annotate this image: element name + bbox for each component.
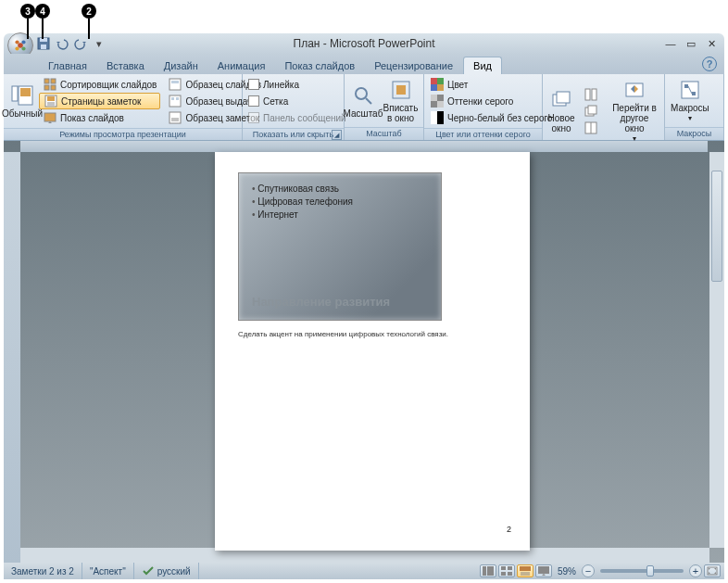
- svg-rect-16: [47, 96, 55, 101]
- svg-rect-54: [487, 566, 494, 576]
- workspace: Спутниковая связь Цифровая телефония Инт…: [4, 141, 724, 563]
- notes-page-button[interactable]: Страницы заметок: [39, 93, 160, 109]
- callout-line: [42, 19, 44, 39]
- notes-page-icon: [44, 95, 57, 108]
- group-macros: Макросы▾ Макросы: [665, 74, 724, 140]
- fit-window-button[interactable]: Вписать в окно: [380, 76, 421, 125]
- callout-line: [88, 19, 90, 39]
- bw-icon: [431, 111, 444, 124]
- svg-rect-25: [169, 112, 181, 123]
- ribbon-tabs: Главная Вставка Дизайн Анимация Показ сл…: [4, 54, 724, 74]
- label: Макросы: [671, 103, 709, 113]
- tab-home[interactable]: Главная: [39, 57, 96, 74]
- save-button[interactable]: [35, 35, 52, 52]
- ruler-horizontal[interactable]: [20, 141, 708, 152]
- svg-rect-11: [44, 79, 49, 83]
- split-button[interactable]: [580, 120, 605, 136]
- arrange-button[interactable]: [580, 86, 605, 103]
- tab-animation[interactable]: Анимация: [208, 57, 275, 74]
- normal-view-button[interactable]: Обычный: [6, 76, 39, 126]
- gray-icon: [431, 95, 444, 108]
- notes-view-statusbtn[interactable]: [517, 564, 533, 577]
- zoom-knob[interactable]: [646, 565, 654, 577]
- ruler-vertical[interactable]: [4, 152, 20, 563]
- dialog-launcher[interactable]: ◢: [332, 130, 342, 140]
- svg-rect-21: [171, 81, 179, 83]
- cascade-button[interactable]: [580, 103, 605, 120]
- zoom-slider[interactable]: [600, 569, 684, 573]
- tab-review[interactable]: Рецензирование: [365, 57, 462, 74]
- label: Панель сообщений: [263, 113, 346, 123]
- status-language[interactable]: русский: [134, 563, 199, 579]
- sorter-view-statusbtn[interactable]: [498, 564, 515, 577]
- minimize-button[interactable]: —: [663, 37, 678, 50]
- slide-sorter-button[interactable]: Сортировщик слайдов: [39, 76, 160, 93]
- scrollbar-vertical[interactable]: [709, 152, 724, 548]
- svg-rect-37: [431, 95, 437, 101]
- status-slide-info[interactable]: Заметки 2 из 2: [4, 563, 82, 579]
- grid-checkbox[interactable]: Сетка: [245, 93, 350, 109]
- label: Линейка: [263, 80, 299, 90]
- label: русский: [157, 566, 191, 577]
- qat-more[interactable]: ▾: [91, 35, 107, 52]
- group-label: Цвет или оттенки серого: [424, 128, 542, 140]
- ribbon: Обычный Сортировщик слайдов Страницы зам…: [4, 74, 724, 141]
- save-icon: [37, 37, 50, 50]
- close-button[interactable]: ✕: [704, 37, 719, 50]
- switch-window-button[interactable]: Перейти в другое окно▾: [607, 76, 662, 146]
- color-button[interactable]: Цвет: [426, 76, 556, 93]
- tab-insert[interactable]: Вставка: [97, 57, 154, 74]
- label: Обычный: [2, 108, 43, 119]
- status-theme[interactable]: "Аспект": [82, 563, 134, 579]
- svg-rect-40: [431, 111, 437, 124]
- tab-view[interactable]: Вид: [463, 57, 502, 74]
- zoom-level[interactable]: 59%: [558, 566, 576, 577]
- macros-button[interactable]: Макросы▾: [667, 76, 713, 125]
- zoom-out-button[interactable]: −: [582, 564, 595, 577]
- arrange-icon: [584, 88, 597, 101]
- window-buttons: — ▭ ✕: [663, 37, 719, 50]
- grayscale-button[interactable]: Оттенки серого: [426, 93, 556, 109]
- group-views: Обычный Сортировщик слайдов Страницы зам…: [4, 74, 243, 140]
- slideshow-view-button[interactable]: Показ слайдов: [39, 109, 160, 126]
- svg-rect-20: [169, 79, 181, 90]
- split-icon: [584, 121, 597, 134]
- svg-rect-44: [592, 89, 596, 100]
- restore-button[interactable]: ▭: [684, 37, 698, 50]
- undo-button[interactable]: [54, 35, 70, 52]
- normal-view-statusbtn[interactable]: [480, 564, 496, 577]
- svg-point-0: [18, 43, 23, 48]
- zoom-button[interactable]: Масштаб: [346, 76, 380, 125]
- notes-page[interactable]: Спутниковая связь Цифровая телефония Инт…: [215, 152, 530, 551]
- tab-design[interactable]: Дизайн: [155, 57, 207, 74]
- svg-rect-59: [520, 566, 531, 571]
- slide-thumbnail[interactable]: Спутниковая связь Цифровая телефония Инт…: [238, 172, 442, 321]
- ruler-checkbox[interactable]: Линейка: [245, 76, 350, 93]
- zoom-in-button[interactable]: +: [689, 564, 702, 577]
- fit-icon: [707, 566, 718, 576]
- scroll-thumb[interactable]: [711, 171, 722, 282]
- fit-statusbtn[interactable]: [704, 564, 721, 577]
- macros-icon: [680, 80, 700, 100]
- notes-text[interactable]: Сделать акцент на применении цифровых те…: [238, 330, 507, 338]
- label: Вписать в окно: [383, 103, 419, 123]
- svg-rect-8: [12, 86, 18, 101]
- slideshow-statusbtn[interactable]: [535, 564, 552, 577]
- page-number: 2: [507, 525, 511, 534]
- sorter-icon: [44, 78, 56, 91]
- svg-point-1: [15, 40, 19, 44]
- notes-master-icon: [169, 111, 182, 124]
- group-label: Макросы: [665, 127, 723, 140]
- help-icon[interactable]: ?: [702, 57, 717, 71]
- group-label: Показать или скрыть◢: [243, 128, 344, 140]
- new-window-button[interactable]: Новое окно: [545, 76, 578, 146]
- redo-icon: [74, 37, 87, 50]
- bw-button[interactable]: Черно-белый без серого: [426, 109, 556, 126]
- svg-rect-56: [508, 566, 512, 570]
- label: Цвет: [447, 80, 468, 90]
- new-window-icon: [551, 90, 571, 110]
- redo-button[interactable]: [72, 35, 89, 52]
- checkbox-icon: [248, 95, 259, 107]
- messagebar-checkbox[interactable]: Панель сообщений: [245, 109, 350, 126]
- tab-slideshow[interactable]: Показ слайдов: [275, 57, 364, 74]
